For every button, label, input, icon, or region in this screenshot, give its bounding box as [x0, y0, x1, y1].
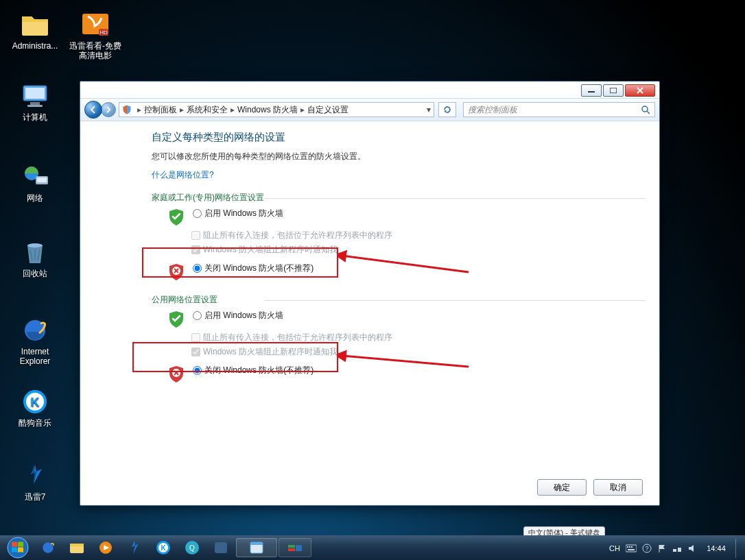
close-button[interactable] — [625, 84, 655, 97]
svg-text:K: K — [31, 395, 40, 409]
desktop-icon-administrator[interactable]: Administra... — [11, 11, 59, 51]
svg-rect-41 — [631, 546, 632, 548]
svg-point-7 — [27, 243, 43, 247]
nav-back-button[interactable] — [84, 101, 102, 119]
icon-label: 迅雷看看-免费高清电影 — [66, 41, 125, 60]
search-input[interactable]: 搜索控制面板 — [463, 102, 655, 117]
taskbar-explorer-button[interactable] — [63, 538, 91, 557]
taskbar-kugou-button[interactable]: K — [150, 538, 177, 557]
minimize-button[interactable] — [581, 84, 602, 97]
breadcrumb-item[interactable]: 自定义设置 — [307, 104, 348, 116]
notify-home-checkbox[interactable]: Windows 防火墙阻止新程序时通知我 — [191, 244, 639, 256]
recycle-bin-icon — [19, 239, 51, 266]
ok-button[interactable]: 确定 — [537, 479, 587, 496]
page-title: 自定义每种类型的网络的设置 — [152, 131, 639, 144]
search-icon — [641, 106, 650, 114]
taskbar-app-button[interactable]: Q — [178, 538, 206, 557]
disable-firewall-public-radio[interactable]: 关闭 Windows 防火墙(不推荐) — [193, 365, 314, 375]
public-network-section-title: 公用网络位置设置 — [152, 294, 639, 306]
svg-rect-38 — [626, 545, 637, 552]
maximize-button[interactable] — [603, 84, 624, 97]
xunlei-kankan-icon: HD — [80, 11, 111, 38]
chevron-right-icon: ▸ — [134, 105, 144, 114]
icon-label: Administra... — [11, 41, 59, 51]
start-button[interactable] — [3, 535, 33, 560]
desktop-icon-ie[interactable]: InternetExplorer — [11, 317, 59, 366]
desktop-icon-xunlei7[interactable]: 迅雷7 — [11, 462, 59, 502]
taskbar-app-button[interactable] — [207, 538, 235, 557]
shield-cross-icon — [167, 365, 186, 384]
enable-firewall-public-radio[interactable]: 启用 Windows 防火墙 — [193, 311, 283, 320]
svg-rect-45 — [673, 549, 676, 552]
folder-icon — [19, 11, 51, 38]
svg-rect-15 — [588, 91, 595, 93]
breadcrumb-item[interactable]: 系统和安全 — [187, 104, 228, 116]
computer-icon — [19, 82, 51, 110]
svg-rect-40 — [629, 546, 630, 548]
notify-public-checkbox[interactable]: Windows 防火墙阻止新程序时通知我 — [191, 346, 639, 358]
taskbar-active-window-button[interactable] — [236, 538, 277, 557]
firewall-settings-window: ▸ 控制面板 ▸ 系统和安全 ▸ Windows 防火墙 ▸ 自定义设置 ▾ 搜… — [80, 81, 660, 506]
tray-help-icon[interactable]: ? — [642, 544, 652, 553]
enable-firewall-home-radio[interactable]: 启用 Windows 防火墙 — [193, 208, 283, 218]
breadcrumb-item[interactable]: 控制面板 — [144, 104, 177, 116]
svg-rect-25 — [70, 544, 84, 546]
chevron-right-icon: ▸ — [298, 105, 307, 114]
svg-text:Q: Q — [189, 544, 195, 552]
svg-rect-37 — [296, 545, 302, 551]
block-incoming-public-checkbox[interactable]: 阻止所有传入连接，包括位于允许程序列表中的程序 — [191, 332, 639, 343]
disable-firewall-home-radio[interactable]: 关闭 Windows 防火墙(不推荐) — [193, 263, 314, 273]
svg-rect-1 — [25, 88, 45, 99]
taskbar-xunlei-button[interactable] — [121, 538, 148, 557]
svg-rect-39 — [627, 546, 628, 548]
icon-label: InternetExplorer — [11, 347, 59, 366]
desktop-icon-network[interactable]: 网络 — [11, 163, 59, 203]
icon-label: 计算机 — [11, 112, 59, 122]
search-placeholder: 搜索控制面板 — [468, 104, 517, 116]
shield-check-icon — [167, 310, 186, 329]
taskbar-window-button[interactable] — [279, 538, 311, 557]
kugou-icon: K — [19, 388, 51, 415]
refresh-button[interactable] — [438, 102, 456, 117]
desktop-icon-recycle[interactable]: 回收站 — [11, 239, 59, 278]
tray-volume-icon[interactable] — [687, 544, 697, 553]
svg-text:?: ? — [645, 545, 648, 552]
taskbar-ie-button[interactable] — [34, 538, 62, 557]
svg-rect-42 — [628, 549, 635, 550]
svg-rect-35 — [288, 545, 295, 548]
svg-rect-36 — [288, 548, 295, 551]
lang-short[interactable]: CH — [609, 544, 620, 552]
tray-clock[interactable]: 14:44 — [702, 544, 730, 552]
cancel-button[interactable]: 取消 — [593, 479, 643, 496]
chevron-right-icon: ▸ — [228, 105, 237, 114]
svg-rect-32 — [215, 542, 227, 553]
chevron-right-icon: ▸ — [177, 105, 187, 114]
breadcrumb[interactable]: ▸ 控制面板 ▸ 系统和安全 ▸ Windows 防火墙 ▸ 自定义设置 ▾ — [119, 102, 434, 117]
svg-rect-3 — [27, 105, 43, 107]
tray-flag-icon[interactable] — [657, 544, 667, 553]
tray-keyboard-icon[interactable] — [626, 544, 637, 552]
xunlei-icon — [19, 462, 51, 489]
block-incoming-home-checkbox[interactable]: 阻止所有传入连接，包括位于允许程序列表中的程序 — [191, 230, 639, 241]
svg-rect-46 — [678, 548, 681, 552]
show-desktop-button[interactable] — [735, 539, 741, 558]
svg-point-17 — [642, 106, 648, 112]
breadcrumb-item[interactable]: Windows 防火墙 — [237, 104, 298, 116]
what-is-network-location-link[interactable]: 什么是网络位置? — [152, 170, 214, 180]
nav-toolbar: ▸ 控制面板 ▸ 系统和安全 ▸ Windows 防火墙 ▸ 自定义设置 ▾ 搜… — [80, 98, 659, 121]
desktop-icon-kugou[interactable]: K 酷狗音乐 — [11, 388, 59, 428]
desktop-icon-xunlei-kankan[interactable]: HD 迅雷看看-免费高清电影 — [66, 11, 125, 60]
shield-cross-icon — [167, 263, 186, 282]
taskbar-mediaplayer-button[interactable] — [92, 538, 119, 557]
content-pane: 自定义每种类型的网络的设置 您可以修改您所使用的每种类型的网络位置的防火墙设置。… — [80, 121, 659, 474]
svg-text:K: K — [161, 544, 166, 552]
nav-forward-button[interactable] — [101, 102, 116, 117]
chevron-down-icon[interactable]: ▾ — [424, 105, 431, 114]
icon-label: 网络 — [11, 193, 59, 203]
desktop-icon-computer[interactable]: 计算机 — [11, 82, 59, 122]
svg-rect-6 — [37, 178, 47, 182]
shield-check-icon — [167, 208, 186, 227]
page-description: 您可以修改您所使用的每种类型的网络位置的防火墙设置。 — [152, 151, 639, 162]
taskbar: K Q CH ? 14:44 — [0, 535, 745, 560]
tray-network-icon[interactable] — [672, 544, 682, 553]
